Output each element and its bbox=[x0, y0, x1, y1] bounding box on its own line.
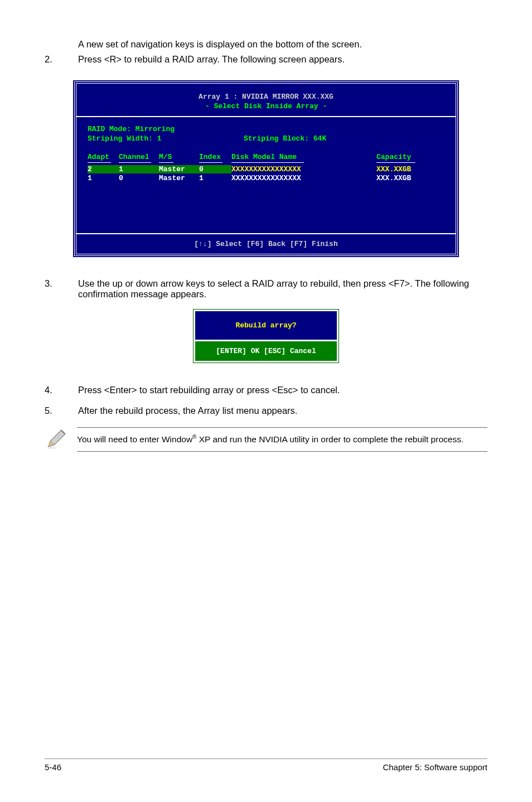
striping-width: Striping Width: 1 bbox=[88, 134, 244, 143]
cell-channel: 1 bbox=[119, 165, 159, 173]
cell-capacity: XXX.XXGB bbox=[376, 174, 432, 182]
step-number: 4. bbox=[45, 385, 78, 395]
note-text-part2: XP and run the NVIDIA utility in order t… bbox=[196, 434, 463, 444]
page-footer: 5-46 Chapter 5: Software support bbox=[45, 758, 487, 772]
page-number: 5-46 bbox=[45, 762, 61, 772]
step-text: Press <Enter> to start rebuilding array … bbox=[78, 385, 487, 395]
confirm-dialog: Rebuild array? [ENTER] OK [ESC] Cancel bbox=[194, 310, 338, 363]
cell-adapt: 2 bbox=[88, 165, 119, 173]
bios-title: Array 1 : NVIDIA MIRROR XXX.XXG bbox=[76, 93, 456, 101]
bios-footer: [↑↓] Select [F6] Back [F7] Finish bbox=[76, 233, 456, 254]
bios-header: Array 1 : NVIDIA MIRROR XXX.XXG - Select… bbox=[76, 84, 456, 117]
cell-ms: Master bbox=[159, 165, 199, 173]
cell-model: XXXXXXXXXXXXXXXX bbox=[231, 165, 376, 173]
step-4: 4. Press <Enter> to start rebuilding arr… bbox=[45, 385, 487, 395]
step-3: 3. Use the up or down arrow keys to sele… bbox=[45, 278, 487, 299]
cell-capacity: XXX.XXGB bbox=[376, 165, 432, 173]
svg-point-0 bbox=[47, 447, 57, 449]
note-text-part1: You will need to enter Window bbox=[77, 434, 192, 444]
bios-screen: Array 1 : NVIDIA MIRROR XXX.XXG - Select… bbox=[74, 81, 458, 256]
step-number: 2. bbox=[45, 54, 78, 65]
table-header-row: Adapt Channel M/S Index Disk Model Name … bbox=[88, 153, 444, 161]
note-box: You will need to enter Window® XP and ru… bbox=[45, 427, 487, 452]
dialog-title: Rebuild array? bbox=[195, 311, 337, 341]
step-number: 3. bbox=[45, 278, 78, 299]
table-underline bbox=[88, 162, 444, 163]
step-text: Press <R> to rebuild a RAID array. The f… bbox=[78, 54, 487, 65]
step-5: 5. After the rebuild process, the Array … bbox=[45, 405, 487, 416]
cell-model: XXXXXXXXXXXXXXXX bbox=[231, 174, 376, 182]
step-text: After the rebuild process, the Array lis… bbox=[78, 405, 487, 416]
note-text: You will need to enter Window® XP and ru… bbox=[77, 427, 487, 452]
th-adapt: Adapt bbox=[88, 153, 119, 161]
th-ms: M/S bbox=[159, 153, 199, 161]
raid-mode: RAID Mode: Mirroring bbox=[88, 125, 444, 133]
pencil-icon bbox=[45, 427, 68, 451]
cell-channel: 0 bbox=[119, 174, 159, 182]
striping-block: Striping Block: 64K bbox=[244, 134, 326, 143]
th-index: Index bbox=[199, 153, 231, 161]
intro-text: A new set of navigation keys is displaye… bbox=[78, 39, 487, 50]
step-2: 2. Press <R> to rebuild a RAID array. Th… bbox=[45, 54, 487, 65]
th-model: Disk Model Name bbox=[231, 153, 376, 161]
cell-index: 0 bbox=[199, 165, 231, 173]
table-row: 1 0 Master 1 XXXXXXXXXXXXXXXX XXX.XXGB bbox=[88, 174, 444, 182]
step-text: Use the up or down arrow keys to select … bbox=[78, 278, 487, 299]
table-row: 2 1 Master 0 XXXXXXXXXXXXXXXX XXX.XXGB bbox=[88, 165, 444, 173]
th-channel: Channel bbox=[119, 153, 159, 161]
dialog-buttons: [ENTER] OK [ESC] Cancel bbox=[195, 341, 337, 361]
th-capacity: Capacity bbox=[376, 153, 432, 161]
cell-adapt: 1 bbox=[88, 174, 119, 182]
disk-table: Adapt Channel M/S Index Disk Model Name … bbox=[88, 153, 444, 182]
step-number: 5. bbox=[45, 405, 78, 416]
bios-subtitle: - Select Disk Inside Array - bbox=[76, 102, 456, 110]
cell-ms: Master bbox=[159, 174, 199, 182]
chapter-label: Chapter 5: Software support bbox=[383, 762, 487, 772]
cell-index: 1 bbox=[199, 174, 231, 182]
